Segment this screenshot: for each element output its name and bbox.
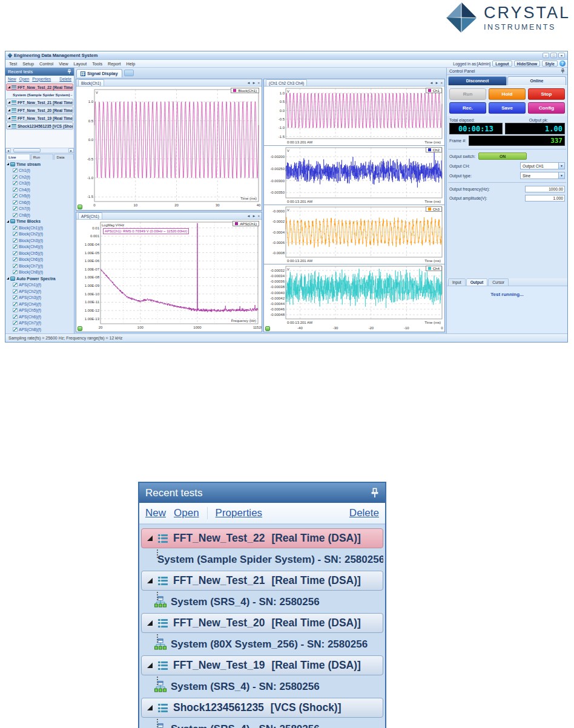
- recent-test-row[interactable]: FFT_New_Test_19[Real Time (DSA)]: [141, 655, 383, 675]
- expander-icon[interactable]: [8, 86, 10, 88]
- pin-icon[interactable]: [371, 488, 379, 499]
- tab-live-signals[interactable]: Live Signals: [6, 154, 30, 160]
- tree-signal-item[interactable]: Ch6(t): [7, 199, 74, 206]
- close-panel-icon[interactable]: ×: [257, 214, 260, 218]
- tree-signal-item[interactable]: Block(Ch6)(t): [7, 257, 74, 263]
- tree-signal-item[interactable]: APS(Ch6)(f): [7, 313, 74, 320]
- output-type-select[interactable]: Sine ▼: [520, 172, 565, 179]
- recent-test-row[interactable]: FFT_New_Test_21[Real Time (DSA)]: [6, 99, 73, 106]
- menu-item-view[interactable]: View: [59, 61, 68, 67]
- test-system-row[interactable]: System (SRS_4) - SN: 2580256: [141, 592, 383, 612]
- expander-icon[interactable]: [147, 663, 153, 668]
- tree-signal-item[interactable]: Block(Ch4)(t): [7, 244, 74, 251]
- tree-signal-item[interactable]: Block(Ch1)(t): [7, 225, 74, 231]
- dock-left-icon[interactable]: ◄: [247, 81, 251, 85]
- menu-item-setup[interactable]: Setup: [22, 61, 34, 67]
- close-panel-icon[interactable]: ×: [257, 81, 260, 85]
- open-test-link[interactable]: Open: [174, 507, 199, 519]
- output-ch-select[interactable]: Output CH1 ▼: [520, 162, 565, 169]
- tree-signal-item[interactable]: Block(Ch3)(t): [7, 237, 74, 244]
- help-icon[interactable]: ?: [559, 61, 566, 67]
- panel-dock-controls[interactable]: ◄►×: [247, 214, 260, 218]
- tab-cursor[interactable]: Cursor: [488, 278, 509, 286]
- minimize-button[interactable]: –: [543, 53, 549, 58]
- open-test-link[interactable]: Open: [19, 77, 30, 81]
- test-system-row[interactable]: System (80X System_256) - SN: 2580256: [141, 634, 383, 654]
- pin-icon[interactable]: [561, 68, 565, 74]
- scroll-right-icon[interactable]: ►: [68, 148, 74, 152]
- new-test-link[interactable]: New: [8, 77, 16, 81]
- menu-item-layout[interactable]: Layout: [74, 61, 87, 67]
- tree-signal-item[interactable]: APS(Ch2)(f): [7, 288, 74, 295]
- output-frequency-field[interactable]: 1000.00: [525, 186, 565, 192]
- dock-right-icon[interactable]: ►: [252, 214, 256, 218]
- expander-icon[interactable]: [8, 117, 10, 119]
- tree-signal-item[interactable]: APS(Ch5)(f): [7, 307, 74, 314]
- expander-icon[interactable]: [8, 109, 10, 111]
- stop-button[interactable]: Stop: [528, 88, 565, 100]
- save-button[interactable]: Save: [489, 102, 526, 114]
- menu-item-report[interactable]: Report: [108, 61, 121, 67]
- chevron-down-icon[interactable]: ▼: [558, 172, 564, 179]
- recent-test-row[interactable]: Shock1234561235[VCS (Shock)]: [6, 122, 73, 130]
- expander-icon[interactable]: [147, 536, 153, 541]
- menu-item-tools[interactable]: Tools: [92, 61, 102, 67]
- tree-group-row[interactable]: Auto Power Spectra: [7, 275, 74, 282]
- properties-link[interactable]: Properties: [216, 507, 262, 519]
- aps-ch1-chart[interactable]: APS(Ch1): RMS 0.70349 V (0.00Hz ~ 11520.…: [76, 220, 262, 332]
- dock-left-icon[interactable]: ◄: [247, 214, 251, 218]
- dock-right-icon[interactable]: ►: [252, 81, 256, 85]
- expander-icon[interactable]: [7, 163, 9, 165]
- panel-multi-title[interactable]: (Ch1 Ch2 Ch3 Ch4): [266, 79, 307, 86]
- tree-signal-item[interactable]: Block(Ch2)(t): [7, 231, 74, 238]
- chevron-down-icon[interactable]: ▼: [558, 163, 564, 169]
- tree-signal-item[interactable]: Block(Ch8)(t): [7, 269, 74, 276]
- menu-item-help[interactable]: Help: [127, 61, 136, 67]
- tree-signal-item[interactable]: APS(Ch8)(f): [7, 326, 74, 333]
- hide-show-button[interactable]: Hide/Show: [514, 61, 541, 67]
- pin-icon[interactable]: [67, 69, 71, 74]
- tree-group-row[interactable]: Time Blocks: [7, 218, 74, 225]
- panel-dock-controls[interactable]: ◄►×: [247, 81, 260, 85]
- panel-dock-controls[interactable]: ◄►×: [430, 81, 443, 85]
- tree-signal-item[interactable]: APS(Ch4)(f): [7, 301, 74, 307]
- dock-right-icon[interactable]: ►: [435, 81, 439, 85]
- horizontal-scrollbar[interactable]: ◄ ►: [5, 148, 74, 153]
- tree-signal-item[interactable]: APS(Ch7)(f): [7, 320, 74, 327]
- output-amplitude-field[interactable]: 1.000: [525, 195, 565, 202]
- tab-output[interactable]: Output: [466, 278, 488, 286]
- new-tab-icon[interactable]: [124, 70, 134, 76]
- menu-item-control[interactable]: Control: [39, 61, 53, 67]
- tree-signal-item[interactable]: Ch2(t): [7, 174, 74, 180]
- hold-button[interactable]: Hold: [489, 88, 526, 100]
- properties-link[interactable]: Properties: [32, 77, 51, 81]
- cursor-toggle-icon[interactable]: [265, 326, 270, 331]
- cursor-toggle-icon[interactable]: [78, 326, 82, 331]
- recent-test-row[interactable]: FFT_New_Test_19[Real Time (DSA)]: [6, 114, 73, 122]
- close-panel-icon[interactable]: ×: [440, 81, 443, 85]
- maximize-button[interactable]: □: [550, 53, 557, 58]
- delete-test-link[interactable]: Delete: [59, 77, 71, 81]
- tree-signal-item[interactable]: Ch1(t): [7, 168, 74, 174]
- recent-test-row[interactable]: FFT_New_Test_20[Real Time (DSA)]: [6, 107, 73, 114]
- tree-signal-item[interactable]: Ch8(t): [7, 212, 74, 218]
- recent-test-row[interactable]: FFT_New_Test_22[Real Time (DSA)]: [141, 528, 383, 548]
- tree-signal-item[interactable]: APS(Ch1)(f): [7, 282, 74, 289]
- recent-test-row[interactable]: FFT_New_Test_21[Real Time (DSA)]: [141, 571, 383, 591]
- tab-signal-display[interactable]: Signal Display: [76, 69, 122, 77]
- expander-icon[interactable]: [8, 125, 10, 127]
- expander-icon[interactable]: [7, 277, 9, 280]
- tree-signal-item[interactable]: Block(Ch7)(t): [7, 263, 74, 269]
- tree-signal-item[interactable]: Ch4(t): [7, 186, 74, 193]
- ch4-chart[interactable]: -0.00032-0.00034-0.00036-0.00038-0.00040…: [264, 264, 444, 332]
- scrollbar-thumb[interactable]: [13, 148, 41, 152]
- tree-group-row[interactable]: Time stream: [7, 161, 74, 168]
- test-system-row[interactable]: System (SRS_4) - SN: 2580256: [141, 719, 383, 728]
- expander-icon[interactable]: [7, 220, 9, 223]
- tree-signal-item[interactable]: Ch5(t): [7, 193, 74, 200]
- tree-signal-item[interactable]: Block(Ch5)(t): [7, 250, 74, 257]
- test-system-row[interactable]: System (Sample Spider System) - SN: 2580…: [141, 549, 383, 569]
- scroll-left-icon[interactable]: ◄: [5, 148, 11, 152]
- test-system-row[interactable]: System (SRS_4) - SN: 2580256: [141, 677, 383, 697]
- config-button[interactable]: Config: [528, 102, 565, 114]
